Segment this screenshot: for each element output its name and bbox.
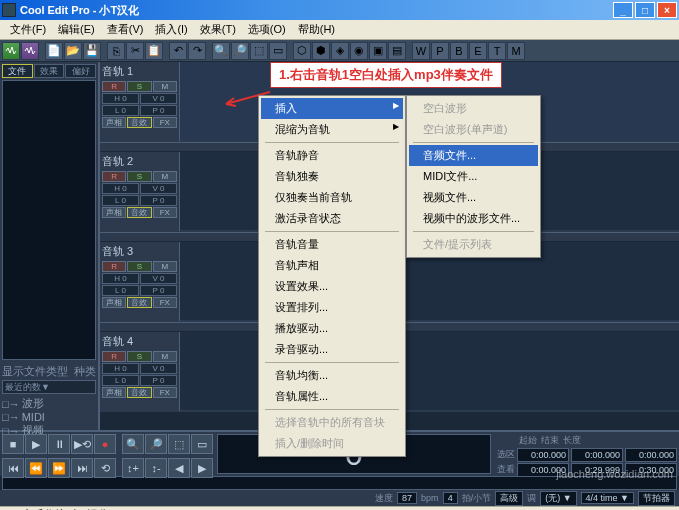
context-menu-item[interactable]: 激活录音状态 (261, 208, 403, 229)
tb-undo-button[interactable]: ↶ (169, 42, 187, 60)
context-menu-item[interactable]: 音轨声相 (261, 255, 403, 276)
track-record-arm-button[interactable]: R (102, 171, 126, 182)
zoom-sel-h-button[interactable]: ▭ (191, 434, 213, 454)
tb-open-button[interactable]: 📂 (64, 42, 82, 60)
lp-tab-fx[interactable]: 效果 (34, 64, 65, 78)
sel-end[interactable]: 0:00.000 (571, 448, 623, 462)
context-menu-item[interactable]: 混缩为音轨 (261, 119, 403, 140)
forward-button[interactable]: ⏩ (48, 458, 70, 478)
track-tab-pan[interactable]: 声相 (102, 297, 126, 308)
tb-tool-1[interactable]: ⬡ (293, 42, 311, 60)
zoom-in-v-button[interactable]: ↕+ (122, 458, 144, 478)
menu-edit[interactable]: 编辑(E) (52, 20, 101, 39)
play-loop-button[interactable]: ▶⟲ (71, 434, 93, 454)
track-solo-button[interactable]: S (127, 261, 151, 272)
tb-fx-4[interactable]: E (469, 42, 487, 60)
tb-paste-button[interactable]: 📋 (145, 42, 163, 60)
track-p-value[interactable]: P 0 (140, 375, 177, 386)
tb-new-button[interactable]: 📄 (45, 42, 63, 60)
track-tab-fx[interactable]: FX (153, 297, 177, 308)
track-mute-button[interactable]: M (153, 261, 177, 272)
track-p-value[interactable]: P 0 (140, 195, 177, 206)
metronome-button[interactable]: 节拍器 (638, 491, 675, 506)
tb-zoom-sel-button[interactable]: ▭ (269, 42, 287, 60)
menu-insert[interactable]: 插入(I) (149, 20, 193, 39)
advanced-button[interactable]: 高级 (495, 491, 523, 506)
tb-save-button[interactable]: 💾 (83, 42, 101, 60)
context-menu-item[interactable]: 音轨均衡... (261, 365, 403, 386)
pause-button[interactable]: ⏸ (48, 434, 70, 454)
tempo-value[interactable]: 87 (397, 492, 417, 504)
track-tab-eq[interactable]: 音效 (127, 207, 151, 218)
lp-check-wave[interactable]: □→波形 (2, 396, 96, 411)
tb-zoom-full-button[interactable]: ⬚ (250, 42, 268, 60)
track-waveform-area[interactable] (180, 332, 679, 411)
tb-copy-button[interactable]: ⎘ (107, 42, 125, 60)
go-start-button[interactable]: ⏮ (2, 458, 24, 478)
menu-view[interactable]: 查看(V) (101, 20, 150, 39)
menu-options[interactable]: 选项(O) (242, 20, 292, 39)
context-menu-item[interactable]: 音轨静音 (261, 145, 403, 166)
tb-fx-3[interactable]: B (450, 42, 468, 60)
track-solo-button[interactable]: S (127, 351, 151, 362)
zoom-out-h-button[interactable]: 🔎 (145, 434, 167, 454)
track-tab-pan[interactable]: 声相 (102, 387, 126, 398)
track-l-value[interactable]: L 0 (102, 195, 139, 206)
track-h-value[interactable]: H 0 (102, 93, 139, 104)
play-button[interactable]: ▶ (25, 434, 47, 454)
context-menu-item[interactable]: MIDI文件... (409, 166, 538, 187)
record-button[interactable]: ● (94, 434, 116, 454)
sel-start[interactable]: 0:00.000 (517, 448, 569, 462)
track-tab-eq[interactable]: 音效 (127, 117, 151, 128)
maximize-button[interactable]: □ (635, 2, 655, 18)
lp-check-midi[interactable]: □→MIDI (2, 411, 96, 423)
menu-effects[interactable]: 效果(T) (194, 20, 242, 39)
context-menu-item[interactable]: 音频文件... (409, 145, 538, 166)
tb-redo-button[interactable]: ↷ (188, 42, 206, 60)
context-menu-item[interactable]: 录音驱动... (261, 339, 403, 360)
close-button[interactable]: × (657, 2, 677, 18)
context-menu-item[interactable]: 插入 (261, 98, 403, 119)
zoom-left-button[interactable]: ◀ (168, 458, 190, 478)
zoom-out-v-button[interactable]: ↕- (145, 458, 167, 478)
context-menu-item[interactable]: 视频文件... (409, 187, 538, 208)
track-p-value[interactable]: P 0 (140, 285, 177, 296)
context-menu-item[interactable]: 视频中的波形文件... (409, 208, 538, 229)
context-menu-item[interactable]: 音轨属性... (261, 386, 403, 407)
file-list[interactable] (2, 80, 96, 360)
track-mute-button[interactable]: M (153, 81, 177, 92)
minimize-button[interactable]: _ (613, 2, 633, 18)
track-solo-button[interactable]: S (127, 81, 151, 92)
context-menu-item[interactable]: 音轨独奏 (261, 166, 403, 187)
tb-waveform-right-button[interactable] (21, 42, 39, 60)
beat-value[interactable]: 4 (443, 492, 458, 504)
track-mute-button[interactable]: M (153, 351, 177, 362)
tb-tool-2[interactable]: ⬢ (312, 42, 330, 60)
tb-waveform-left-button[interactable] (2, 42, 20, 60)
track-tab-eq[interactable]: 音效 (127, 297, 151, 308)
lp-tab-file[interactable]: 文件 (2, 64, 33, 78)
zoom-full-h-button[interactable]: ⬚ (168, 434, 190, 454)
lp-dropdown[interactable]: 最近的数▼ (2, 380, 96, 394)
track-h-value[interactable]: H 0 (102, 363, 139, 374)
track-v-value[interactable]: V 0 (140, 183, 177, 194)
track-h-value[interactable]: H 0 (102, 273, 139, 284)
context-menu-item[interactable]: 音轨音量 (261, 234, 403, 255)
tb-tool-5[interactable]: ▣ (369, 42, 387, 60)
track-v-value[interactable]: V 0 (140, 273, 177, 284)
track-tab-fx[interactable]: FX (153, 387, 177, 398)
context-menu-item[interactable]: 仅独奏当前音轨 (261, 187, 403, 208)
loop-toggle-button[interactable]: ⟲ (94, 458, 116, 478)
tb-cut-button[interactable]: ✂ (126, 42, 144, 60)
track-v-value[interactable]: V 0 (140, 363, 177, 374)
track-record-arm-button[interactable]: R (102, 81, 126, 92)
menu-file[interactable]: 文件(F) (4, 20, 52, 39)
track-name[interactable]: 音轨 3 (102, 244, 177, 259)
track-h-value[interactable]: H 0 (102, 183, 139, 194)
track-l-value[interactable]: L 0 (102, 285, 139, 296)
track-tab-fx[interactable]: FX (153, 207, 177, 218)
context-menu-item[interactable]: 设置排列... (261, 297, 403, 318)
track-solo-button[interactable]: S (127, 171, 151, 182)
tb-fx-1[interactable]: W (412, 42, 430, 60)
track-v-value[interactable]: V 0 (140, 93, 177, 104)
